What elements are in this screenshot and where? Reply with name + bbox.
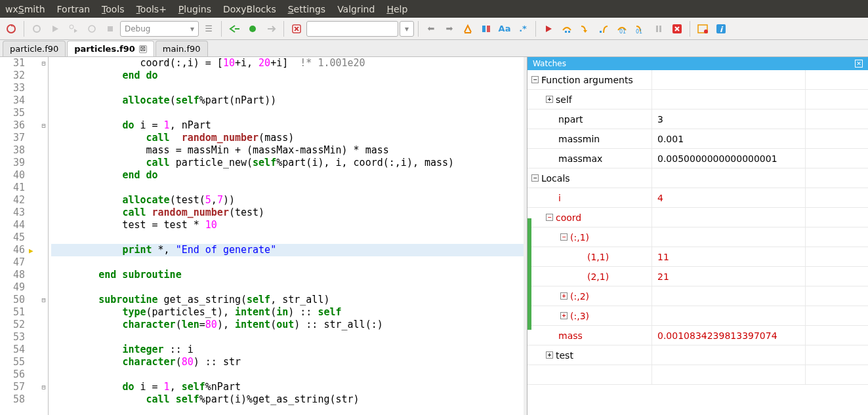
expander-icon[interactable]: − [560,233,568,241]
svg-point-19 [704,30,708,33]
nav-forward-icon[interactable]: ➡ [441,20,458,37]
regex-icon[interactable]: .* [514,20,531,37]
gear-icon[interactable] [28,20,45,37]
run-to-cursor-icon[interactable] [244,20,261,37]
stop-debugger-icon[interactable] [669,20,686,37]
watches-titlebar[interactable]: Watches ✕ [527,57,868,70]
code-editor[interactable]: 3132333435363738394041424344454647484950… [0,57,527,415]
stop-debug-icon[interactable] [288,20,305,37]
watch-row[interactable]: −Function arguments [527,70,868,90]
step-into-instr-icon[interactable]: 01 [632,20,649,37]
build-run-icon[interactable] [65,20,82,37]
target-settings-icon[interactable]: ☰ [200,20,217,37]
toolbar: Debug▾ ☰ ▾ ⬅ ➡ Aa .* 01 01 i [0,18,868,40]
watches-title: Watches [533,59,566,68]
watch-row[interactable]: −coord [527,208,868,227]
debug-run-icon[interactable] [540,20,557,37]
tab-close-icon[interactable]: ⊠ [139,45,147,53]
expander-icon[interactable]: + [560,292,568,300]
svg-rect-11 [568,31,570,33]
watch-row[interactable]: −(:,1) [527,227,868,247]
expander-icon[interactable]: + [560,312,568,319]
menu-doxyblocks[interactable]: DoxyBlocks [223,4,276,14]
expander-icon[interactable]: − [531,76,539,83]
next-instr-icon[interactable]: 01 [613,20,630,37]
menu-settings[interactable]: Settings [288,4,325,14]
tab-bar: particle.f90particles.f90⊠main.f90 [0,40,868,57]
code-area[interactable]: coord(:,i) = [10+i, 20+i] !* 1.001e20 en… [49,57,527,415]
svg-point-5 [249,26,256,32]
watch-row[interactable]: (1,1)11 [527,247,868,267]
menu-tools+[interactable]: Tools+ [136,4,167,14]
watch-row[interactable]: (2,1)21 [527,267,868,287]
svg-rect-4 [108,26,113,31]
abort-icon[interactable] [102,20,119,37]
selection-icon[interactable] [478,20,495,37]
watch-row[interactable]: +self [527,90,868,109]
refresh-icon[interactable] [3,20,20,37]
tab-main-f90[interactable]: main.f90 [155,41,208,56]
menu-wxsmith[interactable]: wxSmith [5,4,45,14]
watch-row[interactable]: mass0.0010834239813397074 [527,326,868,346]
watches-tree[interactable]: −Function arguments+selfnpart3massmin0.0… [527,70,868,415]
svg-rect-12 [600,31,602,33]
next-line-icon[interactable] [262,20,279,37]
menu-valgrind[interactable]: Valgrind [337,4,375,14]
info-icon[interactable]: i [713,20,730,37]
menubar: wxSmithFortranToolsTools+PluginsDoxyBloc… [0,0,868,18]
svg-rect-9 [487,26,490,32]
watch-row[interactable]: npart3 [527,109,868,129]
nav-back-icon[interactable]: ⬅ [423,20,440,37]
svg-rect-10 [565,31,567,33]
svg-rect-16 [659,26,661,32]
svg-point-1 [33,26,40,32]
expander-icon[interactable]: + [546,96,553,103]
search-input[interactable] [306,21,398,37]
step-out-icon[interactable] [595,20,612,37]
search-mode-combo[interactable]: ▾ [400,21,414,37]
watch-row[interactable]: −Locals [527,168,868,188]
watch-row[interactable]: i4 [527,188,868,208]
watch-row[interactable]: +test [527,346,868,365]
menu-tools[interactable]: Tools [102,4,125,14]
watch-row[interactable]: +(:,2) [527,287,868,306]
highlight-icon[interactable] [459,20,476,37]
watch-row[interactable]: massmin0.001 [527,129,868,149]
expander-icon[interactable]: − [531,174,539,182]
step-into-icon[interactable] [577,20,594,37]
svg-point-2 [70,25,73,29]
menu-help[interactable]: Help [386,4,407,14]
debug-continue-icon[interactable] [226,20,243,37]
svg-rect-8 [482,26,486,32]
target-combo[interactable]: Debug▾ [120,21,199,37]
svg-rect-15 [656,26,658,32]
debug-windows-icon[interactable] [694,20,711,37]
change-indicator [527,218,531,330]
svg-text:01: 01 [619,29,626,34]
menu-fortran[interactable]: Fortran [57,4,91,14]
line-number-gutter: 3132333435363738394041424344454647484950… [0,57,29,415]
match-case-icon[interactable]: Aa [496,20,513,37]
marker-gutter: ▶ [29,57,39,415]
close-icon[interactable]: ✕ [855,60,863,68]
svg-point-3 [89,26,95,32]
tab-particles-f90[interactable]: particles.f90⊠ [67,41,154,56]
fold-gutter[interactable]: ⊟⊟⊟⊟ [39,57,49,415]
break-debug-icon[interactable] [650,20,667,37]
expander-icon[interactable]: − [546,214,553,221]
watches-panel: Watches ✕ −Function arguments+selfnpart3… [527,57,868,415]
watch-row[interactable] [527,365,868,385]
watch-row[interactable]: +(:,3) [527,306,868,326]
play-icon[interactable] [47,20,64,37]
watch-row[interactable]: massmax0.0050000000000000001 [527,149,868,168]
rebuild-icon[interactable] [83,20,100,37]
svg-text:01: 01 [636,29,642,34]
expander-icon[interactable]: + [546,351,553,359]
step-over-icon[interactable] [558,20,575,37]
tab-particle-f90[interactable]: particle.f90 [3,41,66,56]
menu-plugins[interactable]: Plugins [178,4,211,14]
